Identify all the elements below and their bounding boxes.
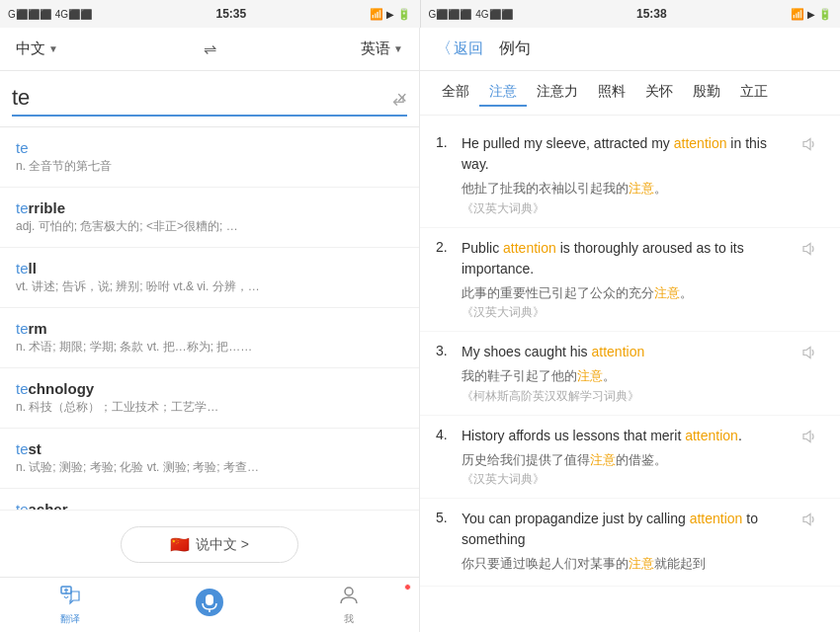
svg-rect-4 <box>206 594 213 605</box>
word-rest: rm <box>29 320 47 337</box>
dict-header: 中文 ▼ ⇌ 英语 ▼ <box>0 28 419 71</box>
speak-chinese-button[interactable]: 🇨🇳 说中文 > <box>121 526 298 563</box>
sentence-highlight-en: attention <box>592 344 645 359</box>
nav-translate-label: 翻译 <box>60 612 80 626</box>
sentence-audio-button[interactable] <box>800 342 824 405</box>
sentence-audio-button[interactable] <box>800 238 824 322</box>
sentence-english: History affords us lessons that merit at… <box>462 426 793 446</box>
translate-icon <box>59 584 81 610</box>
word-list-item[interactable]: terribleadj. 可怕的; 危害极大的; <非正>很糟的; … <box>0 188 419 248</box>
word-rest: rrible <box>29 199 66 216</box>
sentence-chinese: 他扯了扯我的衣袖以引起我的注意。 <box>462 179 793 198</box>
word-prefix: te <box>16 501 29 510</box>
sentence-english: He pulled my sleeve, attracted my attent… <box>462 133 793 175</box>
search-area: te × ↵ <box>0 71 419 127</box>
nav-profile[interactable]: 我 <box>280 578 419 632</box>
source-lang-arrow: ▼ <box>48 43 58 54</box>
sentence-audio-button[interactable] <box>800 426 824 489</box>
sentence-highlight-zh: 注意 <box>629 181 654 196</box>
word-prefix: te <box>16 139 29 156</box>
word-title: te <box>16 139 403 156</box>
profile-icon <box>338 584 360 610</box>
tags-row: 全部注意注意力照料关怀殷勤立正 <box>420 71 840 116</box>
sentence-number: 4. <box>436 426 454 489</box>
sentence-english: You can propagandize just by calling att… <box>462 509 793 550</box>
sentence-number: 2. <box>436 238 454 322</box>
sentence-highlight-en: attention <box>674 135 727 151</box>
right-panel-title: 例句 <box>499 39 531 59</box>
tag-item[interactable]: 全部 <box>432 79 479 107</box>
right-time: 15:38 <box>636 7 667 21</box>
sentence-content: My shoes caught his attention我的鞋子引起了他的注意… <box>462 342 793 405</box>
word-title: term <box>16 320 403 337</box>
word-title: terrible <box>16 199 403 216</box>
sentences-list: 1.He pulled my sleeve, attracted my atte… <box>420 116 840 632</box>
word-list-item[interactable]: teachern. 教师，教员，老师，先生；[航]教练机 <box>0 489 419 510</box>
tag-item[interactable]: 殷勤 <box>683 79 730 107</box>
sentence-highlight-zh: 注意 <box>590 452 616 467</box>
source-lang-selector[interactable]: 中文 ▼ <box>16 40 58 58</box>
tag-item[interactable]: 关怀 <box>635 79 683 107</box>
word-rest: acher <box>29 501 68 510</box>
sentence-english: Public attention is thoroughly aroused a… <box>462 238 793 279</box>
word-title: test <box>16 440 403 457</box>
sentence-number: 1. <box>436 133 454 217</box>
word-title: teacher <box>16 501 403 510</box>
left-panel: 中文 ▼ ⇌ 英语 ▼ te × ↵ ten. 全音节的第七音terriblea… <box>0 28 420 632</box>
nav-mic[interactable] <box>139 578 279 632</box>
sentence-chinese: 历史给我们提供了值得注意的借鉴。 <box>462 450 793 470</box>
sentence-highlight-en: attention <box>685 428 738 443</box>
word-list-item[interactable]: termn. 术语; 期限; 学期; 条款 vt. 把…称为; 把…… <box>0 308 419 368</box>
word-prefix: te <box>16 320 29 337</box>
word-prefix: te <box>16 199 29 216</box>
profile-notification-dot <box>404 584 411 591</box>
speak-label: 说中文 > <box>196 536 249 554</box>
flag-icon: 🇨🇳 <box>170 535 190 554</box>
sentence-item: 5.You can propagandize just by calling a… <box>420 499 840 587</box>
tag-item[interactable]: 注意力 <box>527 79 588 107</box>
word-rest: st <box>29 440 42 457</box>
sentence-item: 3.My shoes caught his attention我的鞋子引起了他的… <box>420 332 840 416</box>
word-definition: adj. 可怕的; 危害极大的; <非正>很糟的; … <box>16 218 403 235</box>
word-definition: n. 术语; 期限; 学期; 条款 vt. 把…称为; 把…… <box>16 339 403 356</box>
sentence-item: 2.Public attention is thoroughly aroused… <box>420 228 840 333</box>
swap-langs-button[interactable]: ⇌ <box>204 40 216 58</box>
word-list-item[interactable]: technologyn. 科技（总称）；工业技术；工艺学… <box>0 368 419 429</box>
sentence-audio-button[interactable] <box>800 509 824 576</box>
word-rest: ll <box>29 260 37 276</box>
target-lang-selector[interactable]: 英语 ▼ <box>361 40 403 58</box>
sentence-chinese: 你只要通过唤起人们对某事的注意就能起到 <box>462 554 793 574</box>
search-input[interactable]: te <box>12 85 388 111</box>
word-list-item[interactable]: testn. 试验; 测验; 考验; 化验 vt. 测验; 考验; 考查… <box>0 429 419 489</box>
nav-translate[interactable]: 翻译 <box>0 578 139 632</box>
back-button[interactable]: 〈 返回 <box>436 39 483 59</box>
left-signal: G⬛⬛⬛ 4G⬛⬛ <box>8 9 92 20</box>
word-prefix: te <box>16 440 29 457</box>
sentence-chinese: 我的鞋子引起了他的注意。 <box>462 366 793 386</box>
word-list: ten. 全音节的第七音terribleadj. 可怕的; 危害极大的; <非正… <box>0 127 419 510</box>
tag-item[interactable]: 照料 <box>588 79 635 107</box>
search-enter-icon[interactable]: ↵ <box>392 91 407 113</box>
word-rest: chnology <box>29 380 95 397</box>
tag-item[interactable]: 注意 <box>479 79 527 107</box>
right-icons: 📶 ▶ 🔋 <box>791 8 832 21</box>
left-status-bar: G⬛⬛⬛ 4G⬛⬛ 15:35 📶 ▶ 🔋 <box>0 0 420 28</box>
left-icons: 📶 ▶ 🔋 <box>370 8 411 21</box>
sentence-audio-button[interactable] <box>800 133 824 217</box>
left-time: 15:35 <box>215 7 246 21</box>
target-lang-label: 英语 <box>361 40 390 58</box>
sentence-highlight-zh: 注意 <box>654 285 680 300</box>
word-list-item[interactable]: tellvt. 讲述; 告诉，说; 辨别; 吩咐 vt.& vi. 分辨，… <box>0 248 419 308</box>
sentence-highlight-zh: 注意 <box>577 368 603 383</box>
word-title: tell <box>16 260 403 276</box>
sentence-source: 《汉英大词典》 <box>462 471 793 488</box>
right-status-bar: G⬛⬛⬛ 4G⬛⬛ 15:38 📶 ▶ 🔋 <box>420 0 841 28</box>
word-list-item[interactable]: ten. 全音节的第七音 <box>0 127 419 188</box>
right-panel: 〈 返回 例句 全部注意注意力照料关怀殷勤立正 1.He pulled my s… <box>420 28 840 632</box>
sentence-english: My shoes caught his attention <box>462 342 793 362</box>
sentence-number: 3. <box>436 342 454 405</box>
sentence-item: 4.History affords us lessons that merit … <box>420 416 840 500</box>
sentence-content: History affords us lessons that merit at… <box>462 426 793 489</box>
tag-item[interactable]: 立正 <box>730 79 778 107</box>
word-definition: n. 科技（总称）；工业技术；工艺学… <box>16 399 403 416</box>
